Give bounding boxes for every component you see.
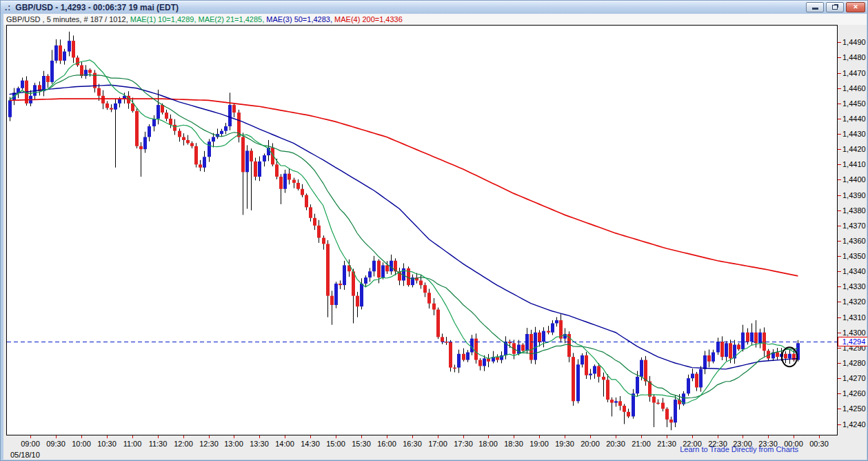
time-axis-tick — [209, 435, 210, 438]
price-axis-label: 1,4390 — [842, 191, 866, 199]
time-axis-label: 10:00 — [68, 440, 95, 448]
price-axis-tick — [838, 164, 841, 165]
time-axis-label: 13:00 — [220, 440, 248, 448]
time-axis-tick — [794, 435, 794, 438]
price-axis-tick — [838, 57, 841, 58]
time-axis-tick — [81, 435, 82, 438]
close-icon: ✕ — [853, 4, 858, 10]
price-axis-label: 1,4450 — [842, 99, 866, 108]
price-axis-label: 1,4440 — [842, 115, 866, 123]
price-axis-tick — [838, 210, 841, 211]
price-axis-label: 1,4260 — [842, 389, 866, 398]
chart-plot-area[interactable] — [6, 25, 838, 435]
time-axis-tick — [641, 435, 642, 438]
price-axis-tick — [838, 73, 841, 74]
price-axis-tick — [838, 195, 841, 196]
price-axis-tick — [838, 363, 841, 364]
price-axis-label: 1,4420 — [842, 145, 866, 153]
time-axis-tick — [259, 435, 260, 438]
app-window: .: GBP/USD - 1,4293 - 00:06:37 19 mai (E… — [0, 0, 868, 461]
time-axis-label: 18:30 — [500, 440, 527, 448]
time-axis-tick — [539, 435, 540, 438]
restore-button[interactable] — [826, 2, 844, 12]
price-axis-label: 1,4430 — [842, 130, 866, 138]
time-axis-label: 15:30 — [347, 440, 375, 448]
learn-to-trade-link[interactable]: Learn to Trade Directly from Charts — [680, 445, 798, 453]
price-axis-label: 1,4300 — [842, 328, 866, 337]
time-axis-label: 20:30 — [602, 440, 629, 448]
title-bar[interactable]: .: GBP/USD - 1,4293 - 00:06:37 19 mai (E… — [1, 1, 867, 14]
legend-segment: MAE(1) 10=1,4289, — [130, 15, 199, 23]
close-button[interactable]: ✕ — [846, 2, 865, 12]
price-axis-label: 1,4360 — [842, 237, 866, 245]
price-axis-label: 1,4280 — [842, 359, 866, 367]
price-axis-label: 1,4240 — [842, 420, 866, 429]
price-axis-tick — [838, 286, 841, 287]
time-axis-tick — [158, 435, 159, 438]
price-axis-tick — [838, 104, 841, 104]
window-title: GBP/USD - 1,4293 - 00:06:37 19 mai (EDT) — [15, 3, 179, 12]
time-axis-label: 21:00 — [627, 440, 655, 448]
time-axis-tick — [463, 435, 464, 438]
time-axis-label: 16:00 — [373, 440, 401, 448]
time-axis-tick — [387, 435, 387, 438]
time-axis-tick — [718, 435, 718, 438]
price-axis-label: 1,4470 — [842, 69, 866, 77]
price-axis-tick — [838, 393, 841, 394]
time-axis-label: 12:00 — [170, 440, 197, 448]
time-axis-label: 10:30 — [93, 440, 121, 448]
current-price-label: 1,4294 — [838, 337, 868, 346]
time-axis-label: 00:30 — [805, 440, 833, 448]
price-axis-tick — [838, 179, 841, 180]
time-axis-tick — [590, 435, 591, 438]
time-axis-tick — [107, 435, 108, 438]
price-axis-label: 1,4480 — [842, 53, 866, 61]
time-axis-label: 19:30 — [551, 440, 578, 448]
time-axis-tick — [438, 435, 438, 438]
price-axis-tick — [838, 226, 841, 226]
time-axis-tick — [565, 435, 565, 438]
time-axis-tick — [183, 435, 184, 438]
time-axis-tick — [56, 435, 57, 438]
price-axis-tick — [838, 88, 841, 89]
time-axis-label: 18:00 — [474, 440, 502, 448]
legend-segment: MAE(2) 21=1,4285, — [199, 15, 267, 23]
price-axis-tick — [838, 256, 841, 257]
price-axis-label: 1,4400 — [842, 175, 866, 184]
time-axis-tick — [285, 435, 285, 438]
time-axis-label: 16:30 — [398, 440, 426, 448]
time-axis-label: 20:00 — [576, 440, 604, 448]
price-axis-tick — [838, 271, 841, 272]
time-axis-label: 14:00 — [271, 440, 299, 448]
price-axis-tick — [838, 241, 841, 242]
time-axis-tick — [743, 435, 743, 438]
candlestick-chart-canvas[interactable] — [7, 26, 837, 435]
time-axis-label: 09:00 — [17, 440, 44, 448]
price-axis-label: 1,4370 — [842, 222, 866, 230]
date-label: 05/18/10 — [10, 451, 40, 459]
time-axis-label: 21:30 — [653, 440, 680, 448]
price-axis-label: 1,4340 — [842, 267, 866, 275]
legend-segment: GBP/USD , 5 minutes, # 187 / 1012, — [6, 15, 130, 23]
price-axis-label: 1,4330 — [842, 282, 866, 291]
price-axis-tick — [838, 42, 841, 43]
legend-segment: MAE(3) 50=1,4283, — [266, 15, 334, 23]
restore-icon — [832, 5, 838, 10]
window-icon: .: — [5, 3, 11, 12]
time-axis-label: 14:30 — [296, 440, 324, 448]
time-axis-tick — [667, 435, 667, 438]
time-axis-label: 11:30 — [144, 440, 172, 448]
price-axis-label: 1,4270 — [842, 374, 866, 382]
minimize-button[interactable] — [806, 2, 824, 12]
price-axis-tick — [838, 424, 841, 425]
time-axis-tick — [336, 435, 336, 438]
window-controls: ✕ — [806, 2, 865, 12]
time-axis-tick — [361, 435, 362, 438]
time-axis-tick — [234, 435, 234, 438]
time-axis-tick — [132, 435, 133, 438]
price-axis-tick — [838, 149, 841, 150]
time-axis-tick — [412, 435, 413, 438]
time-axis-label: 13:30 — [245, 440, 273, 448]
price-axis-tick — [838, 302, 841, 302]
price-axis-tick — [838, 134, 841, 135]
